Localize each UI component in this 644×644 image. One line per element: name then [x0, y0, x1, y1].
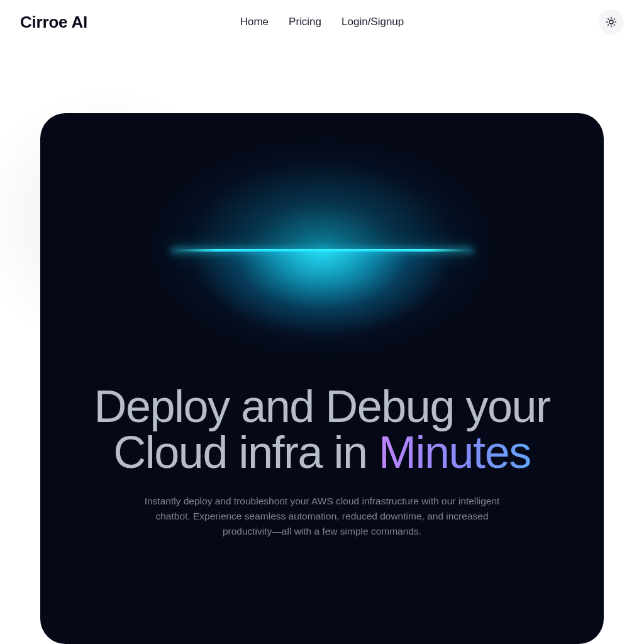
hero-inner: Deploy and Debug your Cloud infra in Min… — [40, 113, 604, 644]
svg-line-4 — [614, 25, 614, 25]
svg-line-8 — [614, 19, 614, 19]
nav-pricing[interactable]: Pricing — [289, 16, 321, 28]
svg-point-0 — [609, 20, 613, 24]
hero-text-block: Deploy and Debug your Cloud infra in Min… — [40, 384, 604, 539]
sun-icon — [606, 16, 617, 28]
hero-light-bar — [171, 249, 473, 252]
hero-subtext: Instantly deploy and troubleshoot your A… — [133, 494, 511, 539]
header: Cirroe AI Home Pricing Login/Signup — [0, 0, 644, 44]
theme-toggle-button[interactable] — [599, 9, 624, 35]
nav-login-signup[interactable]: Login/Signup — [341, 16, 404, 28]
svg-line-7 — [608, 25, 609, 25]
brand-logo[interactable]: Cirroe AI — [20, 13, 87, 32]
hero-headline: Deploy and Debug your Cloud infra in Min… — [65, 384, 579, 476]
hero-headline-highlight: Minutes — [379, 427, 531, 477]
hero-section: Deploy and Debug your Cloud infra in Min… — [40, 113, 604, 644]
nav-home[interactable]: Home — [240, 16, 269, 28]
svg-line-3 — [608, 19, 609, 19]
main-nav: Home Pricing Login/Signup — [240, 16, 404, 28]
